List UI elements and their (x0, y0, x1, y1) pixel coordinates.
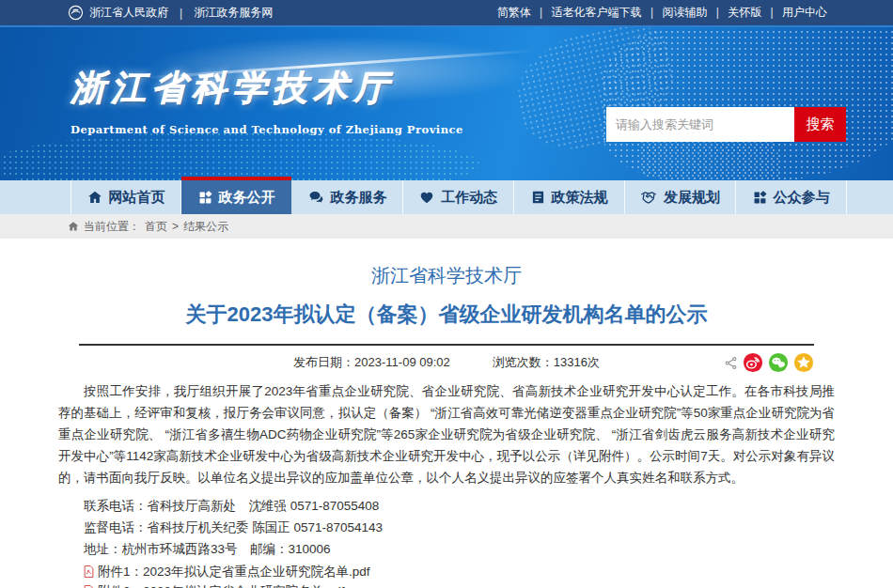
pdf-icon (84, 565, 94, 578)
attachment-link-2[interactable]: 附件2：2023年拟认定省企业研究院名单.pdf (58, 581, 835, 588)
home-icon (87, 190, 102, 205)
zhejiang-gov-logo-icon (68, 5, 84, 21)
weibo-share-icon[interactable] (743, 352, 763, 373)
page: 浙江省人民政府 | 浙江政务服务网 简繁体 | 适老化客户端下载 | 阅读辅助 … (0, 0, 893, 588)
link-user-center[interactable]: 用户中心 (782, 6, 827, 19)
supervision-phone-line: 监督电话：省科技厅机关纪委 陈国正 0571-87054143 (58, 517, 835, 538)
share-icon[interactable] (724, 356, 738, 370)
link-reading-assist[interactable]: 阅读辅助 (662, 6, 707, 19)
link-zhejiang-gov[interactable]: 浙江省人民政府 (89, 5, 168, 21)
breadcrumb: 当前位置： 首页 > 结果公示 (0, 214, 893, 239)
nav-label: 发展规划 (664, 189, 720, 207)
divider: | (650, 6, 653, 19)
breadcrumb-current[interactable]: 结果公示 (183, 219, 228, 235)
attachment-label: 附件2：2023年拟认定省企业研究院名单.pdf (98, 581, 345, 588)
nav-item-public-participation[interactable]: 公众参与 (736, 180, 847, 214)
nav-item-policies[interactable]: 政策法规 (514, 180, 625, 214)
primary-nav: 网站首页 政务公开 政务服务 工作动态 政策法规 发展规划 公众参与 (0, 180, 893, 214)
nav-item-home[interactable]: 网站首页 (70, 180, 181, 214)
decorative-dot-wave (0, 132, 479, 180)
body-paragraph: 按照工作安排，我厅组织开展了2023年省重点企业研究院、省企业研究院、省高新技术… (58, 380, 835, 488)
contact-block: 联系电话：省科技厅高新处 沈维强 0571-87055408 监督电话：省科技厅… (58, 495, 835, 560)
nav-label: 政务服务 (331, 189, 387, 207)
attachment-list: 附件1：2023年拟认定省重点企业研究院名单.pdf 附件2：2023年拟认定省… (58, 562, 835, 588)
nav-label: 公众参与 (774, 189, 830, 207)
divider: | (771, 6, 774, 19)
search-input[interactable] (606, 107, 794, 142)
qzone-share-icon[interactable] (793, 352, 814, 373)
document-icon (531, 190, 545, 205)
nav-label: 政策法规 (552, 189, 608, 207)
divider: | (540, 6, 542, 19)
nav-label: 政务公开 (219, 189, 275, 207)
publish-date-value: 2023-11-09 09:02 (354, 355, 450, 369)
site-title-en: Department of Science and Technology of … (70, 123, 463, 136)
site-logo: 浙江省科学技术厅 Department of Science and Techn… (70, 65, 463, 136)
nav-item-development-plans[interactable]: 发展规划 (625, 180, 736, 214)
attachment-link-1[interactable]: 附件1：2023年拟认定省重点企业研究院名单.pdf (58, 562, 835, 581)
publish-date: 发布日期：2023-11-09 09:02 (293, 354, 450, 371)
article-meta: 发布日期：2023-11-09 09:02 浏览次数：13316次 (58, 346, 835, 377)
link-simplified-traditional[interactable]: 简繁体 (497, 6, 531, 19)
breadcrumb-home-link[interactable]: 首页 (145, 219, 167, 235)
nav-label: 网站首页 (109, 189, 165, 207)
view-count-value: 13316次 (554, 355, 600, 369)
site-banner: 浙江省科学技术厅 Department of Science and Techn… (0, 25, 893, 180)
site-search: 搜索 (606, 107, 846, 142)
nav-item-work-news[interactable]: 工作动态 (403, 180, 514, 214)
article-body: 按照工作安排，我厅组织开展了2023年省重点企业研究院、省企业研究院、省高新技术… (58, 380, 835, 588)
participation-icon (753, 191, 767, 205)
open-gov-icon (198, 191, 212, 205)
site-title-cn: 浙江省科学技术厅 (70, 65, 463, 112)
contact-phone-line: 联系电话：省科技厅高新处 沈维强 0571-87055408 (58, 495, 835, 517)
article-title-line2: 关于2023年拟认定（备案）省级企业研发机构名单的公示 (58, 301, 835, 329)
heart-icon (419, 190, 434, 205)
wechat-share-icon[interactable] (768, 352, 789, 373)
nav-item-gov-services[interactable]: 政务服务 (292, 180, 403, 214)
link-care-version[interactable]: 关怀版 (728, 6, 761, 19)
service-bubbles-icon (308, 190, 324, 205)
article-title-line1: 浙江省科学技术厅 (58, 263, 835, 288)
breadcrumb-prefix: 当前位置： (84, 219, 140, 235)
address-line: 地址：杭州市环城西路33号 邮编：310006 (58, 538, 835, 560)
publish-date-label: 发布日期： (293, 355, 354, 369)
nav-item-gov-disclosure[interactable]: 政务公开 (181, 180, 292, 214)
share-bar (724, 352, 814, 373)
link-elderly-client-download[interactable]: 适老化客户端下载 (552, 6, 642, 19)
divider: | (716, 6, 719, 19)
view-count: 浏览次数：13316次 (493, 354, 600, 371)
top-utility-bar: 浙江省人民政府 | 浙江政务服务网 简繁体 | 适老化客户端下载 | 阅读辅助 … (0, 0, 893, 25)
article: 浙江省科学技术厅 关于2023年拟认定（备案）省级企业研发机构名单的公示 发布日… (0, 263, 893, 588)
handshake-icon (640, 190, 657, 205)
nav-label: 工作动态 (441, 189, 497, 207)
breadcrumb-separator: > (172, 220, 179, 233)
view-count-label: 浏览次数： (493, 355, 554, 369)
search-button[interactable]: 搜索 (794, 107, 846, 142)
home-small-icon (68, 221, 79, 232)
link-zhejiang-service-net[interactable]: 浙江政务服务网 (194, 5, 273, 21)
attachment-label: 附件1：2023年拟认定省重点企业研究院名单.pdf (98, 562, 370, 581)
divider: | (180, 7, 182, 20)
